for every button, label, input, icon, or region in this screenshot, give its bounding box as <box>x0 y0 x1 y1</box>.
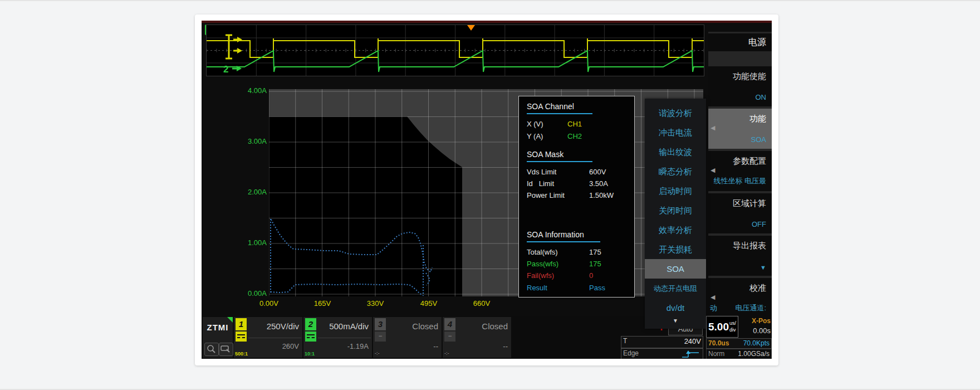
row-value: Pass <box>589 284 605 292</box>
channel4-coupling-icon: − <box>444 332 455 342</box>
trigger-level: 240V <box>684 337 701 345</box>
x-axis-tick: 0.00V <box>247 299 291 308</box>
channel1-scale: 250V/div <box>267 321 299 331</box>
sample-rate: 1.00GSa/s <box>738 350 770 358</box>
trigger-level-row[interactable]: T 240V <box>621 336 703 348</box>
softkey-param-config[interactable]: ◀ 参数配置 线性坐标 电压最 <box>708 151 772 191</box>
softkey-function[interactable]: ◀ 功能 SOA <box>708 109 772 149</box>
channel1-coupling-icon <box>236 332 247 342</box>
channel4-badge: 4 <box>444 318 455 330</box>
row-value: 3.50A <box>589 179 608 188</box>
row-label: Fail(wfs) <box>527 271 554 280</box>
arrow-right-icon <box>237 66 242 71</box>
row-value: 175 <box>589 260 601 268</box>
acquisition-row: Norm 1.00GSa/s <box>706 349 772 359</box>
channel2-block[interactable]: 2 10:1 500mA/div -1.19A <box>303 317 372 358</box>
gesture-icon-2[interactable] <box>219 343 233 356</box>
menu-item-dyn-res[interactable]: 动态开点电阻 <box>645 279 706 298</box>
page-card: 2 4.00A 3.00A 2.00A 1.00A 0.00A 0.00V 16… <box>195 14 778 365</box>
softkey-value: OFF <box>752 220 766 228</box>
menu-item-efficiency[interactable]: 效率分析 <box>645 220 706 240</box>
brand-logo: ZTMI <box>203 317 233 358</box>
softkey-value-fragment: 动 <box>710 303 717 313</box>
ch2-marker-label: 2 <box>223 64 228 75</box>
function-menu: 谐波分析 冲击电流 输出纹波 瞬态分析 启动时间 关闭时间 效率分析 开关损耗 … <box>645 99 706 329</box>
timebase-unit: us/div <box>729 320 736 333</box>
row-label: Total(wfs) <box>527 248 558 256</box>
y-axis-tick: 3.00A <box>235 137 267 145</box>
timebase-block: 5.00 us/div X-Pos 0.00s 70.0us 70.0Kpts … <box>706 316 772 359</box>
menu-item-soa-selected[interactable]: SOA <box>645 259 706 279</box>
row-label: Id Limit <box>527 179 554 188</box>
panel-section-title: SOA Channel <box>527 102 592 114</box>
menu-item-shutdown[interactable]: 关闭时间 <box>645 201 706 220</box>
rising-edge-icon <box>680 350 700 359</box>
channel1-badge: 1 <box>236 318 247 330</box>
ch1-trigger-level-icon <box>226 35 232 58</box>
trigger-type-row[interactable]: Edge <box>621 348 703 359</box>
gesture-icon-1[interactable] <box>204 343 219 356</box>
waveform-area <box>206 25 704 76</box>
row-label: Vds Limit <box>527 168 556 176</box>
channel3-scale: Closed <box>412 321 438 331</box>
collapse-left-icon[interactable]: ◀ <box>710 124 715 131</box>
top-status-strip <box>202 21 772 23</box>
channel-markers: 2 <box>221 33 256 76</box>
softkey-value: SOA <box>751 135 766 144</box>
row-value: 1.50kW <box>589 191 614 199</box>
menu-scroll-down-icon[interactable]: ▼ <box>645 318 706 325</box>
channel2-probe-ratio: 10:1 <box>305 351 315 357</box>
menu-item-dvdt[interactable]: dv/dt <box>645 298 706 318</box>
logo-corner-triangle <box>227 317 233 323</box>
menu-item-inrush[interactable]: 冲击电流 <box>645 123 706 142</box>
channel4-probe-ratio: -:- <box>444 350 449 356</box>
xpos-value: 0.00s <box>753 326 771 335</box>
acq-mode: Norm <box>708 350 724 358</box>
row-label: Y (A) <box>527 132 543 140</box>
menu-item-ripple[interactable]: 输出纹波 <box>645 142 706 162</box>
softkey-value: 电压通道: <box>735 303 766 313</box>
channel4-block[interactable]: 4 − -:- Closed -- <box>443 317 511 358</box>
softkey-label: 参数配置 <box>733 156 766 167</box>
collapse-left-icon[interactable]: ◀ <box>710 294 715 301</box>
menu-item-switch-loss[interactable]: 开关损耗 <box>645 240 706 259</box>
soa-plot-svg <box>269 89 703 296</box>
soa-info-panel: SOA Channel X (V) CH1 Y (A) CH2 SOA Mask… <box>518 96 635 298</box>
menu-item-harmonic[interactable]: 谐波分析 <box>645 103 706 123</box>
x-axis-tick: 165V <box>300 299 345 308</box>
row-value: CH1 <box>567 120 582 128</box>
channel3-coupling-icon: − <box>375 332 386 342</box>
softkey-export-report[interactable]: 导出报表 ▼ <box>708 236 772 276</box>
row-label: Result <box>527 284 547 292</box>
trigger-type: Edge <box>623 349 639 357</box>
softkey-sidebar: 电源 功能使能 ON ◀ 功能 SOA ◀ 参数配置 线性坐标 电压最 区域计算… <box>708 32 772 310</box>
row-value: CH2 <box>567 132 582 140</box>
logo-text: ZTMI <box>203 323 233 332</box>
channel2-coupling-icon <box>305 332 316 342</box>
channel2-badge: 2 <box>305 318 316 330</box>
softkey-label: 校准 <box>749 283 766 294</box>
channel3-block[interactable]: 3 − -:- Closed -- <box>373 317 442 358</box>
row-label: X (V) <box>527 120 543 128</box>
timebase-scale-box[interactable]: 5.00 us/div <box>706 316 738 338</box>
softkey-calibration[interactable]: ◀ 校准 动 电压通道: <box>708 278 772 318</box>
y-axis-tick: 4.00A <box>235 86 267 95</box>
channel3-probe-ratio: -:- <box>375 350 380 356</box>
channel3-badge: 3 <box>375 318 386 330</box>
channel4-scale: Closed <box>482 321 508 331</box>
softkey-label: 导出报表 <box>733 241 766 251</box>
softkey-label: 功能使能 <box>733 71 766 82</box>
menu-item-startup[interactable]: 启动时间 <box>645 181 706 201</box>
collapse-left-icon[interactable]: ◀ <box>710 167 715 174</box>
softkey-function-enable[interactable]: 功能使能 ON <box>708 66 772 106</box>
softkey-value: 线性坐标 电压最 <box>713 176 766 186</box>
menu-item-transient[interactable]: 瞬态分析 <box>645 162 706 181</box>
x-axis-tick: 330V <box>353 299 398 308</box>
waveform-svg <box>207 25 704 76</box>
dropdown-arrow-icon: ▼ <box>760 264 766 271</box>
time-window: 70.0us <box>708 339 729 347</box>
softkey-area-calc[interactable]: 区域计算 OFF <box>708 193 772 233</box>
xpos-label: X-Pos <box>752 317 771 325</box>
channel1-block[interactable]: 1 500:1 250V/div 260V <box>234 317 302 358</box>
timebase-scale: 5.00 <box>708 321 729 333</box>
